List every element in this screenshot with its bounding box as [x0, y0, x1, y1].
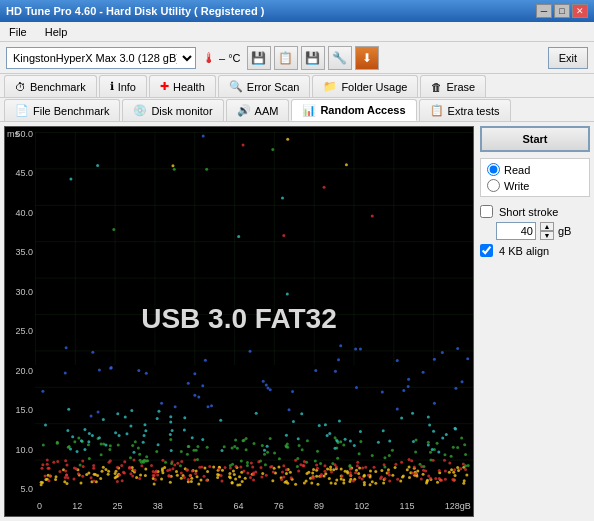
short-stroke-checkbox[interactable] — [480, 205, 493, 218]
svg-point-98 — [160, 477, 163, 480]
tab-erase[interactable]: 🗑Erase — [420, 75, 486, 97]
tab-disk-monitor[interactable]: 💿Disk monitor — [122, 99, 223, 121]
svg-point-265 — [373, 466, 376, 469]
short-stroke-item[interactable]: Short stroke — [480, 205, 590, 218]
svg-point-372 — [246, 472, 249, 475]
svg-point-625 — [104, 444, 107, 447]
svg-point-186 — [362, 475, 365, 478]
toolbar-icon-4[interactable]: 🔧 — [328, 46, 352, 70]
svg-point-135 — [221, 469, 224, 472]
tab-health[interactable]: ✚Health — [149, 75, 216, 97]
svg-point-624 — [169, 421, 172, 424]
svg-point-172 — [231, 481, 234, 484]
svg-point-578 — [88, 432, 91, 435]
svg-point-598 — [170, 449, 173, 452]
svg-point-283 — [52, 461, 55, 464]
svg-point-29 — [144, 468, 147, 471]
title-bar-buttons: ─ □ ✕ — [536, 4, 588, 18]
svg-point-613 — [98, 436, 101, 439]
minimize-button[interactable]: ─ — [536, 4, 552, 18]
svg-point-251 — [315, 464, 318, 467]
write-radio-item[interactable]: Write — [487, 179, 583, 192]
svg-point-95 — [107, 473, 110, 476]
svg-point-485 — [88, 457, 91, 460]
kb-align-item[interactable]: 4 KB align — [480, 244, 590, 257]
svg-point-97 — [96, 474, 99, 477]
write-radio[interactable] — [487, 179, 500, 192]
svg-point-584 — [353, 444, 356, 447]
stroke-spinbox-input[interactable] — [496, 222, 536, 240]
toolbar-icon-1[interactable]: 💾 — [247, 46, 271, 70]
svg-point-78 — [332, 468, 335, 471]
svg-point-351 — [58, 470, 61, 473]
svg-point-179 — [369, 469, 372, 472]
svg-point-117 — [232, 469, 235, 472]
svg-point-266 — [311, 475, 314, 478]
svg-point-559 — [129, 425, 132, 428]
tab-extra-tests[interactable]: 📋Extra tests — [419, 99, 511, 121]
toolbar: KingstonHyperX Max 3.0 (128 gB) 🌡 – °C 💾… — [0, 42, 594, 74]
spin-up-button[interactable]: ▲ — [540, 222, 554, 231]
svg-point-7 — [374, 470, 377, 473]
svg-point-70 — [463, 479, 466, 482]
svg-point-258 — [297, 469, 300, 472]
menu-file[interactable]: File — [6, 25, 30, 39]
svg-point-292 — [161, 459, 164, 462]
close-button[interactable]: ✕ — [572, 4, 588, 18]
tab-folder-usage[interactable]: 📁Folder Usage — [312, 75, 418, 97]
svg-point-377 — [154, 471, 157, 474]
tab-benchmark[interactable]: ⏱Benchmark — [4, 75, 97, 97]
toolbar-icon-2[interactable]: 📋 — [274, 46, 298, 70]
svg-point-51 — [190, 477, 193, 480]
svg-point-492 — [464, 464, 467, 467]
read-radio[interactable] — [487, 163, 500, 176]
svg-point-537 — [441, 351, 444, 354]
drive-select[interactable]: KingstonHyperX Max 3.0 (128 gB) — [6, 47, 196, 69]
tab-aam[interactable]: 🔊AAM — [226, 99, 290, 121]
tab-random-access[interactable]: 📊Random Access — [291, 99, 416, 121]
toolbar-icon-5[interactable]: ⬇ — [355, 46, 379, 70]
svg-point-10 — [212, 465, 215, 468]
svg-point-606 — [83, 448, 86, 451]
svg-point-188 — [402, 474, 405, 477]
tab-file-benchmark[interactable]: 📄File Benchmark — [4, 99, 120, 121]
maximize-button[interactable]: □ — [554, 4, 570, 18]
kb-align-checkbox[interactable] — [480, 244, 493, 257]
svg-point-419 — [145, 455, 148, 458]
start-button[interactable]: Start — [480, 126, 590, 152]
svg-point-615 — [125, 432, 128, 435]
svg-point-211 — [413, 465, 416, 468]
svg-point-469 — [271, 148, 274, 151]
menu-help[interactable]: Help — [42, 25, 71, 39]
exit-button[interactable]: Exit — [548, 47, 588, 69]
tab-info[interactable]: ℹInfo — [99, 75, 147, 97]
svg-point-306 — [422, 469, 425, 472]
svg-point-429 — [278, 457, 281, 460]
read-radio-item[interactable]: Read — [487, 163, 583, 176]
svg-point-386 — [464, 453, 467, 456]
svg-point-254 — [180, 472, 183, 475]
svg-point-253 — [133, 469, 136, 472]
svg-point-58 — [286, 138, 289, 141]
svg-point-607 — [328, 432, 331, 435]
temp-value: – °C — [219, 52, 241, 64]
svg-point-68 — [175, 470, 178, 473]
svg-point-91 — [197, 482, 200, 485]
svg-point-565 — [281, 196, 284, 199]
svg-point-336 — [453, 468, 456, 471]
svg-point-501 — [234, 438, 237, 441]
svg-point-138 — [144, 474, 147, 477]
svg-point-432 — [155, 450, 158, 453]
svg-point-622 — [344, 438, 347, 441]
svg-point-572 — [66, 429, 69, 432]
svg-point-400 — [429, 458, 432, 461]
svg-point-380 — [367, 474, 370, 477]
svg-point-333 — [290, 476, 293, 479]
svg-point-506 — [204, 359, 207, 362]
chart-area: ms 50.0 45.0 40.0 35.0 30.0 25.0 20.0 15… — [4, 126, 474, 517]
tab-error-scan[interactable]: 🔍Error Scan — [218, 75, 311, 97]
svg-point-167 — [238, 475, 241, 478]
spin-down-button[interactable]: ▼ — [540, 231, 554, 240]
svg-point-517 — [174, 405, 177, 408]
toolbar-icon-3[interactable]: 💾 — [301, 46, 325, 70]
